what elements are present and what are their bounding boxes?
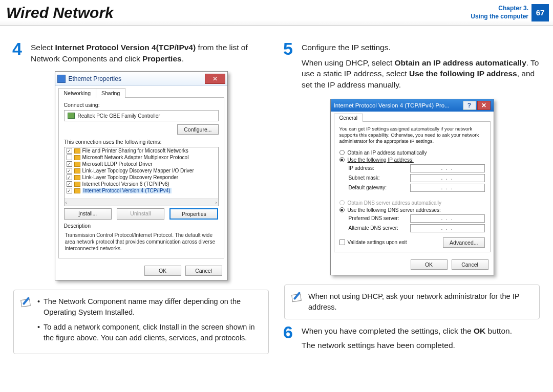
dialog-tabs: Networking Sharing: [55, 86, 227, 98]
step-text: When you have completed the settings, cl…: [302, 324, 512, 351]
scroll-left-icon[interactable]: ‹: [66, 200, 67, 205]
step-text: Select Internet Protocol Version 4(TCP/I…: [31, 41, 270, 64]
note-bullet: The Network Component name may differ de…: [37, 296, 261, 318]
page-number-badge: 67: [531, 4, 549, 21]
radio-use-following-ip[interactable]: Use the following IP address:: [339, 157, 485, 163]
scroll-right-icon[interactable]: ›: [216, 200, 217, 205]
tab-networking[interactable]: Networking: [58, 88, 97, 98]
validate-checkbox-row[interactable]: Validate settings upon exit: [339, 239, 407, 245]
list-item[interactable]: ✓File and Printer Sharing for Microsoft …: [65, 147, 218, 154]
list-item[interactable]: Microsoft Network Adapter Multiplexor Pr…: [65, 154, 218, 161]
step-6: 6 When you have completed the settings, …: [283, 324, 541, 351]
chapter-info: Chapter 3. Using the computer: [471, 5, 528, 20]
checkbox-icon[interactable]: ✓: [67, 168, 72, 173]
install-button[interactable]: Install...: [64, 208, 112, 220]
protocol-icon: [74, 162, 80, 167]
ip-input[interactable]: . . .: [410, 164, 485, 172]
connect-using-label: Connect using:: [64, 102, 219, 108]
content-columns: 4 Select Internet Protocol Version 4(TCP…: [0, 26, 553, 358]
protocol-icon: [74, 155, 80, 160]
page-header: Wired Network Chapter 3. Using the compu…: [0, 0, 553, 26]
ip-input[interactable]: . . .: [410, 214, 485, 223]
configure-button[interactable]: Configure...: [177, 124, 218, 135]
checkbox-icon[interactable]: ✓: [67, 148, 72, 154]
ethernet-properties-dialog: Ethernet Properties ✕ Networking Sharing…: [55, 71, 228, 280]
list-item[interactable]: ✓Link-Layer Topology Discovery Responder: [65, 174, 218, 181]
protocol-icon: [74, 175, 80, 180]
subnet-mask-field: Subnet mask:. . .: [349, 174, 485, 182]
close-button[interactable]: ✕: [477, 101, 491, 110]
step-4: 4 Select Internet Protocol Version 4(TCP…: [12, 41, 270, 64]
protocol-icon: [74, 168, 80, 173]
dialog-titlebar: Ethernet Properties ✕: [55, 72, 227, 86]
checkbox-icon[interactable]: ✓: [67, 161, 72, 167]
dialog-titlebar: Internet Protocol Version 4 (TCP/IPv4) P…: [331, 99, 494, 112]
radio-obtain-dns-auto: Obtain DNS server address automatically: [339, 200, 485, 206]
checkbox-icon[interactable]: [67, 155, 72, 160]
list-item-selected[interactable]: ✓Internet Protocol Version 4 (TCP/IPv4): [65, 187, 218, 194]
ip-input[interactable]: . . .: [410, 224, 485, 232]
ethernet-icon: [57, 75, 66, 83]
left-column: 4 Select Internet Protocol Version 4(TCP…: [12, 41, 270, 358]
step-text: Configure the IP settings. When using DH…: [302, 41, 541, 91]
cancel-button[interactable]: Cancel: [452, 259, 488, 270]
step-number: 5: [283, 41, 296, 91]
uninstall-button: Uninstall: [117, 208, 164, 220]
dialog-title-text: Ethernet Properties: [69, 75, 121, 82]
properties-button[interactable]: Properties: [169, 208, 218, 220]
items-label: This connection uses the following items…: [64, 139, 219, 145]
radio-icon[interactable]: [339, 207, 345, 212]
ok-button[interactable]: OK: [411, 259, 448, 270]
default-gateway-field: Default gateway:. . .: [349, 184, 485, 192]
preferred-dns-field: Preferred DNS server:. . .: [349, 214, 485, 223]
list-item[interactable]: ✓Microsoft LLDP Protocol Driver: [65, 161, 218, 167]
advanced-button[interactable]: Advanced...: [443, 237, 484, 248]
help-button[interactable]: ?: [463, 101, 476, 110]
dialog-title-text: Internet Protocol Version 4 (TCP/IPv4) P…: [334, 102, 450, 108]
tab-sharing[interactable]: Sharing: [96, 88, 125, 98]
protocol-icon: [74, 188, 80, 193]
close-button[interactable]: ✕: [205, 74, 225, 84]
checkbox-icon[interactable]: ✓: [67, 181, 72, 187]
list-item[interactable]: ✓Link-Layer Topology Discovery Mapper I/…: [65, 167, 218, 174]
checkbox-icon[interactable]: ✓: [67, 188, 72, 193]
note-icon: [291, 291, 303, 301]
note-box: The Network Component name may differ de…: [13, 290, 269, 354]
step-number: 6: [283, 324, 296, 351]
description-text: Transmission Control Protocol/Internet P…: [64, 231, 219, 253]
radio-use-following-dns[interactable]: Use the following DNS server addresses:: [339, 207, 485, 213]
checkbox-icon[interactable]: ✓: [67, 175, 72, 180]
note-bullet: To add a network component, click Instal…: [37, 322, 261, 343]
protocol-icon: [74, 182, 80, 187]
protocol-icon: [74, 148, 80, 154]
adapter-box: Realtek PCIe GBE Family Controller: [64, 110, 219, 121]
horizontal-scrollbar[interactable]: ‹›: [65, 199, 218, 206]
list-item[interactable]: ✓Internet Protocol Version 6 (TCP/IPv6): [65, 181, 218, 187]
ip-input[interactable]: . . .: [410, 174, 485, 182]
note-text: When not using DHCP, ask your network ad…: [308, 291, 532, 313]
radio-icon: [339, 200, 345, 205]
radio-icon[interactable]: [339, 157, 345, 162]
right-column: 5 Configure the IP settings. When using …: [283, 41, 541, 358]
tab-body: Connect using: Realtek PCIe GBE Family C…: [58, 97, 224, 258]
adapter-name: Realtek PCIe GBE Family Controller: [78, 113, 160, 119]
cancel-button[interactable]: Cancel: [185, 266, 222, 276]
radio-obtain-ip-auto[interactable]: Obtain an IP address automatically: [339, 150, 485, 156]
ok-button[interactable]: OK: [144, 266, 181, 276]
intro-text: You can get IP settings assigned automat…: [339, 126, 485, 145]
radio-icon[interactable]: [339, 150, 345, 155]
note-icon: [20, 296, 32, 307]
nic-icon: [68, 113, 75, 119]
ipv4-properties-dialog: Internet Protocol Version 4 (TCP/IPv4) P…: [330, 99, 494, 275]
tab-general[interactable]: General: [334, 114, 364, 122]
tab-body: You can get IP settings assigned automat…: [334, 121, 491, 252]
step-number: 4: [12, 41, 26, 64]
component-list[interactable]: ✓File and Printer Sharing for Microsoft …: [64, 147, 219, 206]
checkbox-icon[interactable]: [339, 239, 345, 245]
ip-input[interactable]: . . .: [410, 184, 485, 192]
ip-address-field: IP address:. . .: [349, 164, 485, 172]
page-title: Wired Network: [6, 4, 471, 21]
note-box: When not using DHCP, ask your network ad…: [284, 285, 540, 319]
alternate-dns-field: Alternate DNS server:. . .: [349, 224, 485, 232]
description-label: Description: [64, 223, 219, 229]
